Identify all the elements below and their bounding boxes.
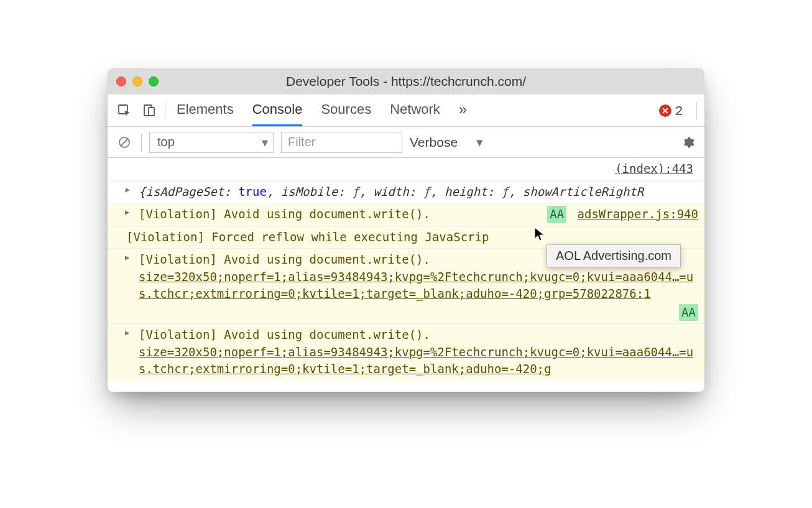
tabbar: Elements Console Sources Network » ✕ 2 — [108, 95, 704, 127]
svg-line-4 — [121, 139, 128, 146]
separator — [165, 102, 165, 119]
source-link[interactable]: (index):443 — [615, 162, 693, 175]
separator — [696, 102, 697, 119]
chevron-down-icon: ▾ — [262, 135, 268, 150]
disclosure-triangle-icon[interactable]: ▶ — [125, 185, 129, 195]
devtools-window: Developer Tools - https://techcrunch.com… — [108, 68, 704, 392]
error-count: 2 — [675, 103, 683, 118]
violation-params[interactable]: size=320x50;noperf=1;alias=93484943;kvpg… — [139, 345, 693, 376]
initiator-tooltip: AOL Advertising.com — [547, 244, 681, 267]
console-violation-row[interactable]: ▶ [Violation] Avoid using document.write… — [108, 324, 704, 381]
traffic-lights — [116, 76, 159, 86]
error-count-badge[interactable]: ✕ 2 — [659, 103, 683, 118]
tab-console[interactable]: Console — [252, 95, 303, 126]
svg-rect-2 — [149, 108, 154, 116]
source-link[interactable]: adsWrapper.js:940 — [578, 207, 698, 221]
console-output: (index):443 ▶ {isAdPageSet: true, isMobi… — [108, 158, 704, 392]
console-settings-icon[interactable] — [678, 133, 697, 152]
context-select[interactable]: top ▾ — [149, 132, 274, 153]
disclosure-triangle-icon[interactable]: ▶ — [125, 252, 129, 263]
violation-message: [Violation] Avoid using document.write()… — [139, 252, 430, 266]
disclosure-triangle-icon[interactable]: ▶ — [125, 207, 129, 218]
tab-elements[interactable]: Elements — [177, 95, 234, 126]
window-title: Developer Tools - https://techcrunch.com… — [108, 74, 704, 89]
violation-message: [Violation] Avoid using document.write()… — [139, 328, 430, 341]
violation-message: [Violation] Forced reflow while executin… — [126, 230, 489, 244]
source-link-row: (index):443 — [108, 158, 704, 181]
initiator-badge[interactable]: AA — [547, 206, 566, 223]
panel-tabs: Elements Console Sources Network » — [177, 95, 467, 126]
console-log-object[interactable]: ▶ {isAdPageSet: true, isMobile: ƒ, width… — [108, 181, 704, 204]
separator — [141, 134, 142, 151]
console-filterbar: top ▾ Verbose ▾ — [108, 127, 704, 158]
tab-network[interactable]: Network — [390, 95, 440, 126]
error-icon: ✕ — [659, 104, 671, 117]
mouse-cursor-icon — [533, 226, 546, 242]
log-level-select[interactable]: Verbose ▾ — [410, 135, 483, 150]
minimize-window-icon[interactable] — [132, 76, 142, 86]
device-toolbar-icon[interactable] — [140, 101, 159, 120]
chevron-down-icon: ▾ — [476, 135, 483, 150]
inspect-element-icon[interactable] — [115, 101, 134, 120]
titlebar: Developer Tools - https://techcrunch.com… — [108, 68, 704, 95]
clear-console-icon[interactable] — [115, 133, 134, 152]
maximize-window-icon[interactable] — [149, 76, 159, 86]
disclosure-triangle-icon[interactable]: ▶ — [125, 328, 129, 338]
violation-message: [Violation] Avoid using document.write()… — [139, 207, 430, 221]
context-select-value: top — [157, 135, 175, 149]
tab-more-icon[interactable]: » — [459, 95, 467, 126]
tab-sources[interactable]: Sources — [321, 95, 371, 126]
violation-params[interactable]: size=320x50;noperf=1;alias=93484943;kvpg… — [139, 270, 693, 301]
initiator-badge[interactable]: AA — [679, 304, 698, 321]
filter-input[interactable] — [281, 132, 402, 153]
console-violation-row[interactable]: ▶ [Violation] Avoid using document.write… — [108, 203, 704, 226]
close-window-icon[interactable] — [116, 76, 126, 86]
log-level-value: Verbose — [410, 135, 458, 150]
